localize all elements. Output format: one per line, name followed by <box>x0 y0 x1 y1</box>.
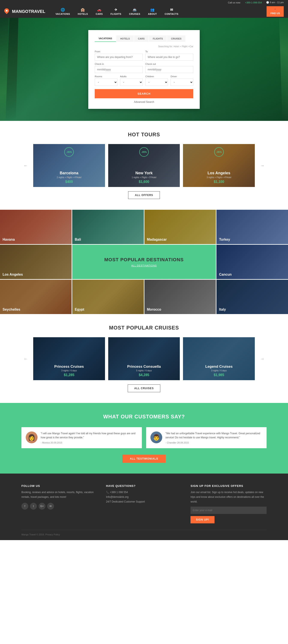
cruise-name-2: Legend Cruises <box>205 364 233 369</box>
children-field: Children - <box>145 75 168 86</box>
dest-bali[interactable]: Bali <box>72 210 144 244</box>
tour-desc-1: 1 nights + Flight + 5*Hotel <box>132 176 156 178</box>
social-twitter[interactable]: t <box>30 503 37 510</box>
nav-vacations[interactable]: 🌐 VACATIONS <box>52 8 74 15</box>
all-cruises-button[interactable]: ALL CRUISES <box>128 384 160 392</box>
adults-select[interactable]: - <box>120 78 143 86</box>
dest-italy[interactable]: Italy <box>216 280 288 314</box>
dest-seychelles[interactable]: Seychelles <box>0 280 72 314</box>
cruises-prev-arrow[interactable]: ← <box>21 354 30 364</box>
dest-havana[interactable]: Havana <box>0 210 72 244</box>
social-facebook[interactable]: f <box>21 503 28 510</box>
hotel-icon: 🏨 <box>81 8 85 12</box>
tab-hotels[interactable]: HOTELS <box>116 36 134 42</box>
find-us-button[interactable]: 📍 FIND US <box>267 6 284 17</box>
tab-cruises[interactable]: CRUISES <box>167 36 185 42</box>
testimonial-author-0: - Monica 20.09.2015 <box>41 441 138 444</box>
main-nav: MANGOTRAVEL 🌐 VACATIONS 🏨 HOTELS 🚗 CARS … <box>0 5 288 18</box>
tour-price-0: $400 <box>65 180 73 184</box>
nav-cars[interactable]: 🚗 CARS <box>92 8 107 15</box>
tour-city-0: Barcelona <box>60 171 78 176</box>
cruise-price-1: $4,285 <box>139 373 149 377</box>
email-input[interactable] <box>190 506 267 514</box>
cruise-price-0: $1,285 <box>64 373 74 377</box>
driver-label: Driver <box>170 75 193 78</box>
social-email[interactable]: ✉ <box>47 503 54 510</box>
tab-cars[interactable]: CARS <box>134 36 148 42</box>
tour-price-2: $1,100 <box>214 180 224 184</box>
dest-cancun[interactable]: Cancun <box>216 245 288 279</box>
all-offers-button[interactable]: ALL OFFERS <box>128 191 160 199</box>
footer-questions: HAVE QUESTIONS? 📞 +389 1 098 554 Info@de… <box>106 484 182 523</box>
social-googleplus[interactable]: G+ <box>39 503 45 510</box>
nav-flights[interactable]: ✈ FLIGHTS <box>107 8 125 15</box>
nav-cruises[interactable]: 🚢 CRUISES <box>125 8 144 15</box>
nav-items: 🌐 VACATIONS 🏨 HOTELS 🚗 CARS ✈ FLIGHTS 🚢 … <box>52 8 267 15</box>
dest-losangeles[interactable]: Los Angeles <box>0 245 72 279</box>
cruise-desc-2: 3 nights / 6 days <box>211 370 227 372</box>
questions-title: HAVE QUESTIONS? <box>106 484 182 488</box>
cruise-card-0[interactable]: Princess Cruises 3 nights / 6 days $1,28… <box>33 337 105 380</box>
tab-flights[interactable]: FLIGHTS <box>149 36 167 42</box>
about-icon: 👥 <box>150 8 155 12</box>
nav-contacts[interactable]: ✉ CONTACTS <box>161 8 182 15</box>
dest-madagascar[interactable]: Madagascar <box>144 210 216 244</box>
nav-about[interactable]: 👥 ABOUT <box>144 8 161 15</box>
children-select[interactable]: - <box>145 78 168 86</box>
driver-select[interactable]: - <box>170 78 193 86</box>
testimonial-1: 👨 "We had an unforgettable Travel experi… <box>146 427 267 448</box>
testimonial-content-1: "We had an unforgettable Travel experien… <box>165 432 262 444</box>
car-icon: 🚗 <box>97 8 102 12</box>
checkout-field: Check out <box>145 63 193 73</box>
tour-city-2: Los Angeles <box>208 171 230 176</box>
checkin-input[interactable] <box>95 66 143 73</box>
top-bar: Call us now: +389-1-098-554 🕐 8 am - 11 … <box>0 0 288 5</box>
tour-card-losangeles[interactable]: -35% Los Angeles 3 nights + Flight + 4*H… <box>183 144 255 187</box>
to-input[interactable] <box>145 54 193 60</box>
rooms-select[interactable]: - <box>95 78 118 86</box>
questions-support: 24/7 Dedicated Customer Support <box>106 500 182 504</box>
dropdowns-row: Rooms - Adults - Children - Driver - <box>95 75 193 86</box>
call-label: Call us now: <box>228 1 241 4</box>
nav-hotels[interactable]: 🏨 HOTELS <box>74 8 92 15</box>
cruises-grid: Princess Cruises 3 nights / 6 days $1,28… <box>33 337 255 380</box>
dest-morocco[interactable]: Morocco <box>144 280 216 314</box>
testimonial-text-0: "I will use Mango Travel again! I've tol… <box>41 432 138 440</box>
follow-title: FOLLOW US <box>21 484 98 488</box>
testimonials-section: WHAT OUR CUSTOMERS SAY? 👩 "I will use Ma… <box>0 403 288 474</box>
checkout-input[interactable] <box>145 66 193 73</box>
search-tabs: VACATIONS HOTELS CARS FLIGHTS CRUISES <box>95 36 193 42</box>
cruise-card-2[interactable]: Legend Cruises 3 nights / 6 days $1,985 <box>183 337 255 380</box>
tour-card-barcelona[interactable]: -35% Barcelona 2 nights + Flight + 4*Hot… <box>33 144 105 187</box>
checkin-field: Check in <box>95 63 143 73</box>
hero-section: VACATIONS HOTELS CARS FLIGHTS CRUISES Se… <box>0 18 288 121</box>
footer-bottom: Mango Travel © 2016. Privacy Policy <box>21 530 267 536</box>
dest-egypt[interactable]: Egypt <box>72 280 144 314</box>
tab-vacations[interactable]: VACATIONS <box>95 36 116 42</box>
footer-follow: FOLLOW US Booking, reviews and advice on… <box>21 484 98 523</box>
tour-card-newyork[interactable]: -35% New York 1 nights + Flight + 5*Hote… <box>108 144 180 187</box>
tours-prev-arrow[interactable]: ← <box>21 161 30 170</box>
tour-desc-2: 3 nights + Flight + 4*Hotel <box>207 176 231 178</box>
cruises-next-arrow[interactable]: → <box>258 354 267 364</box>
tours-next-arrow[interactable]: → <box>258 161 267 170</box>
popular-title: MOST POPULAR DESTINATIONS <box>104 257 184 262</box>
advanced-search-link[interactable]: Advanced Search <box>95 100 193 104</box>
testimonial-content-0: "I will use Mango Travel again! I've tol… <box>41 432 138 444</box>
cruise-price-2: $1,985 <box>214 373 224 377</box>
dest-turkey[interactable]: Turkey <box>216 210 288 244</box>
phone-number: +389-1-098-554 <box>245 1 262 4</box>
from-input[interactable] <box>95 54 143 60</box>
cruise-card-1[interactable]: Princess Consuella 5 nights / 6 days $4,… <box>108 337 180 380</box>
dest-popular-center[interactable]: MOST POPULAR DESTINATIONS ALL DESTINATIO… <box>72 245 216 279</box>
all-destinations-link[interactable]: ALL DESTINATIONS <box>131 264 157 267</box>
hot-tours-title: HOT TOURS <box>21 132 267 138</box>
cruise-desc-0: 3 nights / 6 days <box>61 370 77 372</box>
all-testimonials-button[interactable]: ALL TESTIMONIALS <box>122 455 166 463</box>
destinations-section: Havana Bali Madagascar Turkey Los Angele… <box>0 210 288 314</box>
adults-field: Adults - <box>120 75 143 86</box>
search-button[interactable]: SEARCH <box>95 89 193 98</box>
signup-button[interactable]: SIGN UP! <box>190 516 214 523</box>
logo[interactable]: MANGOTRAVEL <box>4 8 45 14</box>
adults-label: Adults <box>120 75 143 78</box>
